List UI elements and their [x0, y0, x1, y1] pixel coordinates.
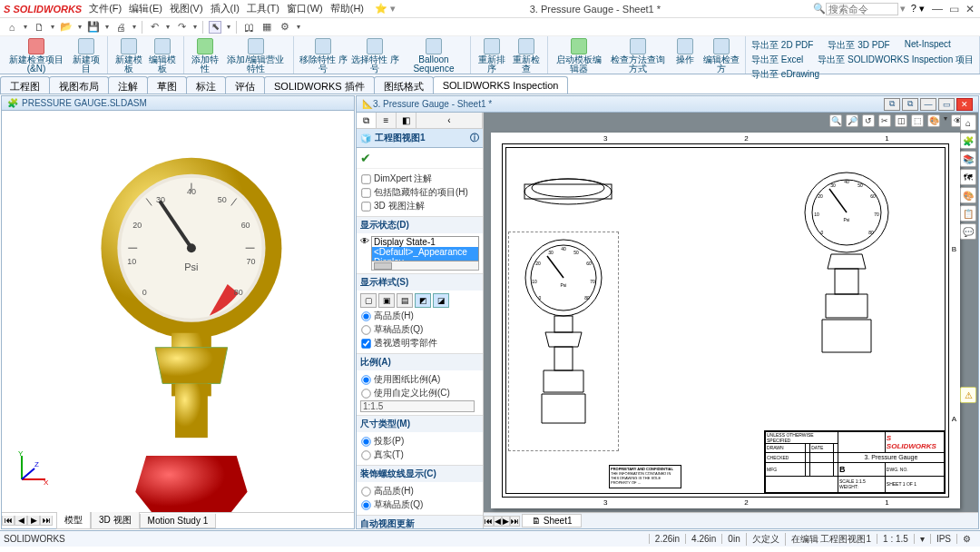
tab-drawing[interactable]: 工程图	[0, 76, 50, 94]
style-nohidden-button[interactable]: ▤	[397, 293, 413, 308]
radio-thread-draft[interactable]: 草稿品质(Q)	[360, 498, 479, 511]
prevview-icon[interactable]: ↺	[862, 114, 875, 127]
print-icon[interactable]: 🖨	[114, 21, 127, 34]
taskpane-res-icon[interactable]: 🧩	[960, 133, 976, 149]
search-box[interactable]: 🔍 ▾	[813, 3, 906, 15]
radio-highq[interactable]: 高品质(H)	[360, 310, 479, 322]
export-netinspect-link[interactable]: Net-Inspect	[905, 39, 951, 52]
export-swip-link[interactable]: 导出至 SOLIDWORKS Inspection 项目	[818, 54, 974, 66]
display-state-list[interactable]: Display State-1 <Default>_Appearance Dis…	[371, 236, 479, 261]
taskpane-prop-icon[interactable]: 📋	[960, 205, 976, 222]
pm-tab-config[interactable]: ≡	[377, 113, 397, 128]
new-template-button[interactable]: 新建模板	[113, 38, 144, 74]
drawing-view-iso[interactable]: 0102030 4050607080 Psi	[788, 160, 906, 396]
drawing-window-titlebar[interactable]: 📐 3. Pressure Gauge - Sheet1 * ⧉ ⧉ — ▭ ✕	[357, 96, 978, 113]
scale-value-input[interactable]	[360, 400, 475, 412]
taskpane-home-icon[interactable]: ⌂	[960, 114, 976, 131]
status-scale[interactable]: 1 : 1.5	[877, 534, 914, 544]
search-dropdown-icon[interactable]: ▾	[900, 3, 906, 15]
rebuild-icon[interactable]: 🕮	[242, 21, 255, 34]
style-shadededge-button[interactable]: ◩	[415, 293, 431, 308]
bottom-tab-3dview[interactable]: 3D 视图	[91, 512, 140, 529]
appearance-icon[interactable]: 🎨	[927, 114, 940, 127]
radio-sheetscale[interactable]: 使用图纸比例(A)	[360, 373, 479, 386]
home-icon[interactable]: ⌂	[5, 21, 18, 34]
sheet-nav-prev[interactable]: ◀	[494, 516, 502, 527]
chk-transparent[interactable]: 透视透明零部件	[360, 337, 479, 350]
style-wire-button[interactable]: ▢	[360, 293, 377, 308]
drawing-view-front-selected[interactable]: 0102030 4050607080 Psi	[509, 232, 618, 450]
open-icon[interactable]: 📂	[60, 21, 73, 34]
bottom-tab-motion[interactable]: Motion Study 1	[140, 514, 217, 528]
export-excel-link[interactable]: 导出至 Excel	[751, 54, 803, 66]
display-icon[interactable]: ⬚	[911, 114, 924, 127]
style-hidden-button[interactable]: ▣	[378, 293, 395, 308]
tab-nav-prev[interactable]: ◀	[15, 516, 27, 526]
section-icon[interactable]: ✂	[878, 114, 891, 127]
menu-dropdown-icon[interactable]: ⭐ ▾	[375, 3, 396, 15]
new-inspection-project-button[interactable]: 新建检查项目(&N)	[5, 38, 67, 74]
select-characteristic-button[interactable]: 选择特性 序号	[351, 38, 399, 74]
tab-sketch[interactable]: 草图	[147, 76, 187, 94]
chk-hidden[interactable]: 包括隐藏特征的项目(H)	[360, 186, 479, 199]
status-gear-icon[interactable]: ⚙	[956, 534, 976, 544]
export-edrawing-link[interactable]: 导出至 eDrawing	[751, 68, 819, 81]
new-project-link[interactable]: 新建项目	[71, 38, 102, 74]
remove-characteristic-button[interactable]: 移除特性 序号	[299, 38, 348, 74]
child-popup2-button[interactable]: ⧉	[902, 98, 918, 111]
tab-addins[interactable]: SOLIDWORKS 插件	[264, 76, 375, 94]
reinspect-button[interactable]: 重新检查	[511, 38, 542, 74]
restore-button[interactable]: ▭	[949, 3, 959, 15]
add-characteristic-button[interactable]: 添加特性	[190, 38, 220, 74]
export-2dpdf-link[interactable]: 导出至 2D PDF	[751, 39, 813, 52]
edit-operation-button[interactable]: 操作	[671, 38, 699, 64]
tab-nav-last[interactable]: ⏭	[40, 516, 53, 526]
child-close-button[interactable]: ✕	[956, 98, 973, 111]
radio-customscale[interactable]: 使用自定义比例(C)	[360, 387, 479, 399]
menu-view[interactable]: 视图(V)	[170, 2, 203, 15]
tab-nav-first[interactable]: ⏮	[2, 516, 15, 526]
menu-tools[interactable]: 工具(T)	[247, 2, 279, 15]
child-popup-button[interactable]: ⧉	[884, 98, 900, 111]
settings-icon[interactable]: ⚙	[279, 21, 291, 34]
viewcube-icon[interactable]: ◫	[895, 114, 907, 127]
sheet-tab-1[interactable]: 🗎 Sheet1	[522, 514, 582, 527]
menu-file[interactable]: 文件(F)	[89, 2, 122, 15]
pm-ok-button[interactable]: ✔	[357, 148, 483, 169]
export-3dpdf-link[interactable]: 导出至 3D PDF	[828, 39, 889, 52]
status-flag-icon[interactable]: ▾	[914, 534, 930, 544]
edit-template-button[interactable]: 编辑模板	[147, 38, 178, 74]
launch-template-editor-button[interactable]: 启动模板编辑器	[554, 38, 605, 74]
inspection-method-button[interactable]: 检查方法查询方式	[609, 38, 668, 74]
balloon-sequence-button[interactable]: Balloon Sequence	[403, 38, 465, 74]
chk-dimxpert[interactable]: DimXpert 注解	[360, 172, 479, 185]
sheet-nav-first[interactable]: ⏮	[484, 516, 494, 527]
reorder-button[interactable]: 重新排序	[476, 38, 507, 74]
sheet-nav-next[interactable]: ▶	[502, 516, 510, 527]
taskpane-warning-icon[interactable]: ⚠	[960, 387, 976, 403]
pm-pin-icon[interactable]: ⓘ	[470, 132, 479, 144]
tab-nav-next[interactable]: ▶	[27, 516, 40, 526]
zoomarea-icon[interactable]: 🔎	[846, 114, 858, 127]
search-input[interactable]	[826, 3, 898, 15]
redo-icon[interactable]: ↷	[175, 21, 188, 34]
radio-thread-high[interactable]: 高品质(H)	[360, 485, 479, 498]
style-shaded-button[interactable]: ◪	[433, 293, 449, 308]
menu-window[interactable]: 窗口(W)	[287, 2, 323, 15]
taskpane-view-icon[interactable]: 🗺	[960, 169, 976, 185]
zoomfit-icon[interactable]: 🔍	[829, 114, 842, 127]
pm-tab-feature[interactable]: ⧉	[357, 113, 377, 128]
undo-icon[interactable]: ↶	[148, 21, 161, 34]
child-restore-button[interactable]: ▭	[938, 98, 955, 111]
menu-edit[interactable]: 编辑(E)	[129, 2, 162, 15]
radio-projected[interactable]: 投影(P)	[360, 435, 479, 448]
child-minimize-button[interactable]: —	[920, 98, 936, 111]
bottom-tab-model[interactable]: 模型	[56, 512, 91, 529]
addedit-characteristic-button[interactable]: 添加/编辑营业特性	[224, 38, 288, 74]
chk-3dview[interactable]: 3D 视图注解	[360, 200, 479, 212]
status-units[interactable]: IPS	[930, 534, 956, 544]
help-button[interactable]: ? ▾	[911, 3, 925, 15]
tab-annotation[interactable]: 注解	[108, 76, 148, 94]
radio-true[interactable]: 真实(T)	[360, 448, 479, 461]
taskpane-forum-icon[interactable]: 💬	[960, 223, 976, 240]
